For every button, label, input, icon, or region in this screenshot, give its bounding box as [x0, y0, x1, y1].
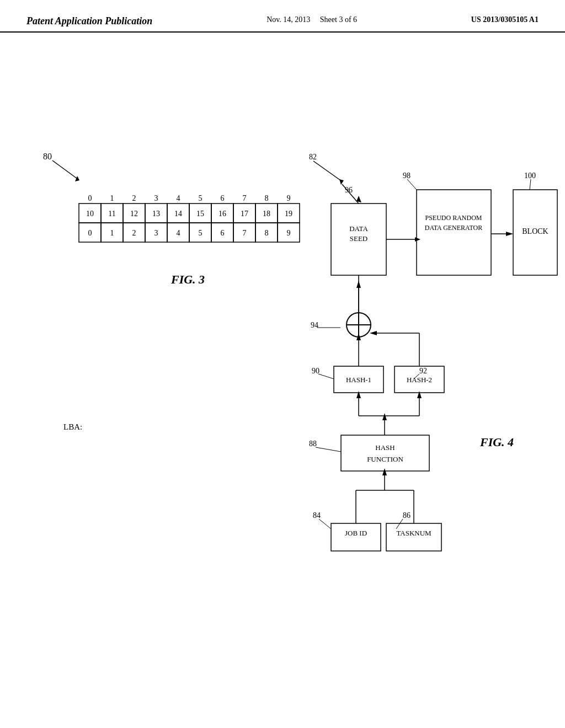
- data-seed-label2: SEED: [350, 234, 368, 243]
- cell-4-bot-val: 4: [177, 229, 180, 237]
- lba-8: 8: [265, 194, 269, 202]
- cell-3-top-val: 13: [152, 210, 160, 218]
- lba-4: 4: [177, 194, 180, 202]
- hash1-label: HASH-1: [346, 376, 371, 384]
- lba-7: 7: [243, 194, 247, 202]
- tasknum-box: [386, 523, 441, 551]
- hash-function-label1: HASH: [375, 443, 395, 452]
- cell-7-top-val: 17: [241, 210, 248, 218]
- lba-3: 3: [154, 194, 158, 202]
- cell-7-bot-val: 7: [243, 229, 247, 237]
- cell-3-bot-val: 3: [154, 229, 158, 237]
- cell-4-top-val: 14: [174, 210, 182, 218]
- job-id-label: JOB ID: [345, 529, 367, 537]
- cell-1-bot-val: 1: [110, 229, 114, 237]
- svg-marker-34: [356, 196, 361, 202]
- header-center: Nov. 14, 2013 Sheet 3 of 6: [266, 15, 357, 24]
- ref-80: 80: [43, 152, 52, 161]
- svg-marker-19: [417, 391, 422, 398]
- date: Nov. 14, 2013: [266, 15, 310, 24]
- prng-label2: DATA GENERATOR: [425, 224, 483, 232]
- svg-marker-10: [382, 468, 387, 475]
- lba-5: 5: [199, 194, 202, 202]
- prng-label1: PSEUDO RANDOM: [425, 214, 482, 222]
- main-diagram: 80 LBA: 0 10 0 1 11 1 2 12 2 3: [0, 33, 565, 705]
- ref-90: 90: [312, 367, 319, 375]
- ref-92: 92: [419, 367, 427, 375]
- cell-9-bot-val: 9: [287, 229, 291, 237]
- svg-marker-39: [506, 232, 513, 236]
- page-header: Patent Application Publication Nov. 14, …: [0, 0, 565, 33]
- cell-6-bot-val: 6: [221, 229, 225, 237]
- svg-marker-37: [415, 237, 420, 242]
- svg-marker-13: [382, 413, 387, 420]
- cell-8-top-val: 18: [263, 210, 270, 218]
- sheet: Sheet 3 of 6: [320, 15, 357, 24]
- svg-marker-26: [370, 331, 377, 335]
- svg-line-0: [52, 160, 77, 179]
- job-id-box: [331, 523, 381, 551]
- svg-line-11: [316, 447, 341, 452]
- svg-line-40: [530, 179, 531, 190]
- cell-5-bot-val: 5: [199, 229, 202, 237]
- lba-2: 2: [132, 194, 136, 202]
- ref-84: 84: [313, 511, 321, 520]
- prng-box: [417, 190, 491, 275]
- ref-86: 86: [403, 511, 411, 520]
- cell-0-bot-val: 0: [88, 229, 92, 237]
- lba-1: 1: [110, 194, 114, 202]
- svg-line-20: [318, 374, 334, 379]
- patent-number: US 2013/0305105 A1: [471, 15, 539, 24]
- page-container: Patent Application Publication Nov. 14, …: [0, 0, 565, 705]
- cell-8-bot-val: 8: [265, 229, 269, 237]
- fig4-label: FIG. 4: [479, 435, 514, 449]
- svg-marker-1: [75, 176, 79, 181]
- lba-0: 0: [88, 194, 92, 202]
- cell-2-bot-val: 2: [132, 229, 136, 237]
- fig3-label: FIG. 3: [170, 272, 205, 286]
- ref-94: 94: [311, 321, 318, 329]
- svg-marker-18: [356, 391, 361, 398]
- tasknum-label: TASKNUM: [396, 529, 431, 537]
- lba-label: LBA:: [63, 422, 82, 431]
- svg-line-2: [313, 161, 342, 181]
- cell-9-top-val: 19: [285, 210, 292, 218]
- block-label: BLOCK: [522, 227, 548, 235]
- svg-line-4: [319, 519, 331, 529]
- hash-function-label2: FUNCTION: [367, 455, 403, 463]
- cell-0-top-val: 10: [86, 210, 94, 218]
- cell-6-top-val: 16: [218, 210, 226, 218]
- diagram-area: 80 LBA: 0 10 0 1 11 1 2 12 2 3: [0, 33, 565, 705]
- cell-5-top-val: 15: [196, 210, 204, 218]
- svg-line-35: [407, 179, 417, 190]
- lba-6: 6: [221, 194, 225, 202]
- cell-1-top-val: 11: [108, 210, 115, 218]
- ref-100: 100: [524, 172, 536, 180]
- ref-96: 96: [345, 186, 353, 194]
- data-seed-label1: DATA: [349, 224, 368, 233]
- svg-line-5: [396, 519, 403, 529]
- svg-marker-3: [339, 179, 344, 185]
- hash2-label: HASH-2: [407, 376, 432, 384]
- cell-2-top-val: 12: [130, 210, 138, 218]
- hash-function-box: [341, 435, 429, 471]
- ref-82: 82: [309, 153, 317, 161]
- ref-98: 98: [403, 172, 411, 180]
- lba-9: 9: [287, 194, 291, 202]
- publication-title: Patent Application Publication: [26, 15, 152, 27]
- ref-88: 88: [309, 440, 317, 448]
